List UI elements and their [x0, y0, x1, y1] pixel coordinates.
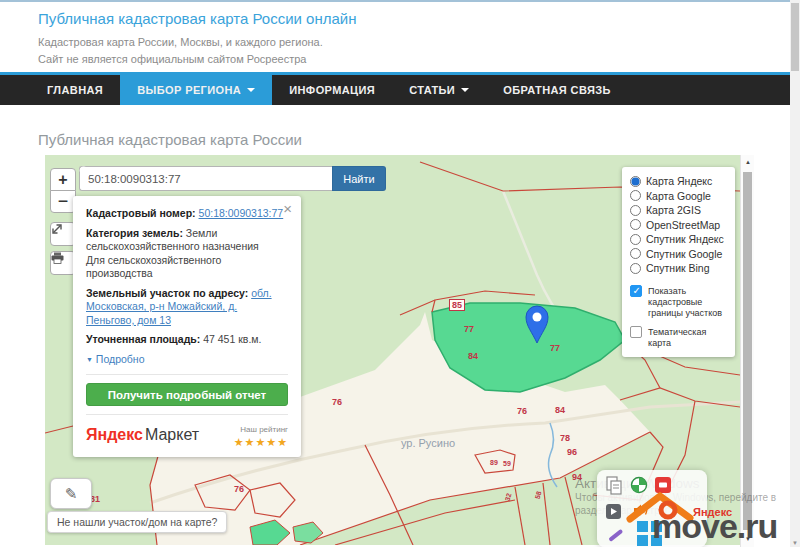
- cadastral-number-row: Кадастровый номер: 50:18:0090313:77: [86, 207, 288, 221]
- yandex-attribution[interactable]: Яндекс: [693, 506, 732, 518]
- page-scrollbar: ▼: [790, 0, 800, 547]
- parcel-number-label: 94: [572, 472, 582, 482]
- map-scrollbar: ▲ ▼: [740, 155, 754, 547]
- page-title: Публичная кадастровая карта России: [38, 131, 302, 148]
- base-layer-options: Карта ЯндексКарта GoogleКарта 2GISOpenSt…: [630, 174, 727, 276]
- yandex-logo-text: Яндекс: [86, 426, 143, 443]
- land-category-label: Категория земель:: [86, 227, 183, 239]
- site-header: Публичная кадастровая карта России онлай…: [38, 10, 357, 68]
- chevron-down-icon: [461, 88, 469, 92]
- draw-tool-button[interactable]: ✎: [50, 478, 92, 509]
- layer-option-label: Карта 2GIS: [646, 204, 701, 216]
- zoom-in-button[interactable]: +: [50, 168, 76, 191]
- parcel-number-label: 78: [560, 433, 570, 443]
- search-button[interactable]: Найти: [332, 166, 386, 191]
- layer-option-label: OpenStreetMap: [646, 219, 720, 231]
- search-bar: Найти: [79, 166, 386, 191]
- layer-option-label: Спутник Яндекс: [646, 233, 724, 245]
- site-title-link[interactable]: Публичная кадастровая карта России онлай…: [38, 10, 357, 27]
- yandex-market-row: ЯндексМаркет Наш рейтинг ★★★★★: [86, 423, 288, 448]
- radio-icon: [630, 234, 641, 245]
- radio-icon: [630, 219, 641, 230]
- parcel-number-label: 76: [234, 484, 244, 494]
- market-logo-text: Маркет: [145, 426, 199, 443]
- overlay-checkbox-label: Тематическая карта: [648, 326, 727, 349]
- site-subtitle-2: Сайт не является официальным сайтом Роср…: [38, 51, 357, 68]
- place-name-label: ур. Русино: [401, 437, 455, 449]
- pen-tool-icon[interactable]: [605, 527, 625, 545]
- layer-option-3[interactable]: OpenStreetMap: [630, 218, 727, 233]
- triangle-down-icon: ▼: [86, 356, 93, 363]
- overlay-checkbox-label: Показать кадастровые границы участков: [648, 285, 727, 319]
- speaker-icon[interactable]: [633, 502, 650, 518]
- layer-option-5[interactable]: Спутник Google: [630, 247, 727, 262]
- cadastral-number-link[interactable]: 50:18:0090313:77: [199, 207, 284, 219]
- layer-option-label: Карта Google: [646, 190, 711, 202]
- pie-chart-icon[interactable]: [630, 476, 648, 494]
- parcel-number-label: 77: [464, 324, 474, 334]
- area-row: Уточненная площадь: 47 451 кв.м.: [86, 333, 288, 347]
- window-top-edge: [0, 0, 800, 2]
- scroll-down-arrow-icon[interactable]: ▼: [741, 533, 755, 545]
- pencil-icon: ✎: [65, 485, 78, 503]
- layers-panel: Карта ЯндексКарта GoogleКарта 2GISOpenSt…: [622, 167, 735, 357]
- main-nav: ГЛАВНАЯВЫБОР РЕГИОНАИНФОРМАЦИЯСТАТЬИОБРА…: [0, 72, 790, 105]
- details-toggle-link[interactable]: ▼ Подробно: [86, 353, 144, 365]
- parcel-number-label: 76: [517, 406, 527, 416]
- address-label: Земельный участок по адресу:: [86, 287, 248, 299]
- parcel-number-label: 59: [503, 460, 511, 467]
- layer-option-label: Спутник Google: [646, 248, 722, 260]
- nav-item-region-select[interactable]: ВЫБОР РЕГИОНА: [120, 75, 272, 105]
- overlay-checkbox-0[interactable]: Показать кадастровые границы участков: [630, 285, 727, 319]
- radio-icon: [630, 248, 641, 259]
- checkbox-icon: [630, 326, 642, 338]
- cadastral-number-label: Кадастровый номер:: [86, 207, 196, 219]
- expand-arrows-icon: [51, 223, 63, 235]
- radio-icon: [630, 190, 641, 201]
- search-icon: [79, 166, 90, 177]
- nav-item-articles[interactable]: СТАТЬИ: [392, 75, 486, 105]
- capture-toolbar-overlay: [597, 470, 707, 547]
- rating-label: Наш рейтинг: [234, 423, 288, 437]
- yandex-market-logo[interactable]: ЯндексМаркет: [86, 428, 199, 444]
- radio-icon: [630, 205, 641, 216]
- layer-option-label: Карта Яндекс: [646, 175, 712, 187]
- overlay-checkbox-1[interactable]: Тематическая карта: [630, 326, 727, 349]
- record-icon[interactable]: [655, 477, 671, 493]
- printer-icon: [51, 252, 64, 264]
- search-input[interactable]: [79, 166, 332, 191]
- land-category-row: Категория земель: Земли сельскохозяйстве…: [86, 227, 288, 281]
- get-report-button[interactable]: Получить подробный отчет: [86, 383, 288, 406]
- area-label: Уточненная площадь:: [86, 333, 200, 345]
- close-icon[interactable]: ×: [283, 202, 292, 216]
- parcel-number-label: 84: [468, 351, 478, 361]
- address-row: Земельный участок по адресу: обл. Москов…: [86, 287, 288, 328]
- layer-option-label: Спутник Bing: [646, 262, 710, 274]
- parcel-number-label: 84: [555, 405, 565, 415]
- share-icon[interactable]: [606, 504, 621, 519]
- parcel-number-label: 85: [449, 299, 465, 311]
- layer-option-0[interactable]: Карта Яндекс: [630, 174, 727, 189]
- nav-item-feedback[interactable]: ОБРАТНАЯ СВЯЗЬ: [486, 75, 628, 105]
- page-scroll-down-arrow-icon[interactable]: ▼: [790, 540, 800, 546]
- chevron-down-icon: [247, 88, 255, 92]
- rating-stars: ★★★★★: [234, 437, 288, 448]
- layer-option-2[interactable]: Карта 2GIS: [630, 203, 727, 218]
- land-use-value: Для сельскохозяйственного производства: [86, 254, 221, 280]
- layer-option-1[interactable]: Карта Google: [630, 189, 727, 204]
- help-bubble-button[interactable]: Не нашли участок/дом на карте?: [47, 511, 227, 533]
- nav-item-home[interactable]: ГЛАВНАЯ: [30, 75, 120, 105]
- scroll-up-arrow-icon[interactable]: ▲: [741, 155, 755, 169]
- layer-option-6[interactable]: Спутник Bing: [630, 261, 727, 276]
- checkbox-icon: [630, 285, 642, 297]
- map-scrollbar-thumb[interactable]: [743, 172, 752, 530]
- area-value: 47 451 кв.м.: [203, 333, 261, 345]
- parcel-number-label: 77: [550, 343, 560, 353]
- layer-option-4[interactable]: Спутник Яндекс: [630, 232, 727, 247]
- nav-item-information[interactable]: ИНФОРМАЦИЯ: [272, 75, 392, 105]
- parcel-info-card: × Кадастровый номер: 50:18:0090313:77 Ка…: [73, 196, 301, 457]
- page-scrollbar-thumb[interactable]: [791, 3, 799, 71]
- copy-document-icon[interactable]: [606, 476, 623, 495]
- parcel-number-label: 96: [567, 447, 577, 457]
- rating-box: Наш рейтинг ★★★★★: [234, 423, 288, 448]
